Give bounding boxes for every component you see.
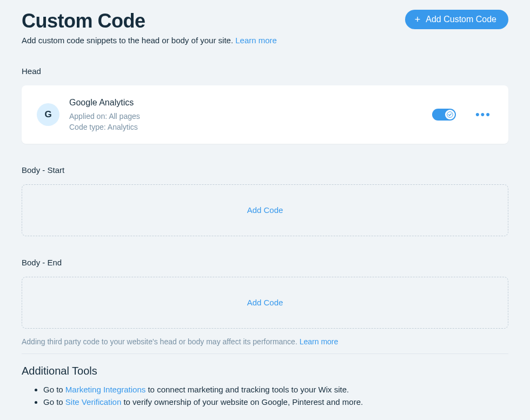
site-verification-link[interactable]: Site Verification: [65, 397, 121, 406]
more-dots-icon: •••: [475, 108, 491, 121]
code-item-card: G Google Analytics Applied on: All pages…: [22, 85, 508, 144]
applied-on-label: Applied on:: [69, 112, 109, 121]
tool-item-prefix: Go to: [43, 397, 65, 406]
toggle-knob: [445, 110, 455, 119]
enable-toggle[interactable]: [432, 109, 456, 121]
page-title: Custom Code: [22, 10, 145, 32]
page-subtitle: Add custom code snippets to the head or …: [22, 36, 508, 45]
tool-item-prefix: Go to: [43, 385, 65, 394]
applied-on-value: All pages: [109, 112, 140, 121]
add-custom-code-label: Add Custom Code: [426, 15, 496, 24]
tool-item-suffix: to verify ownership of your website on G…: [121, 397, 363, 406]
more-actions-button[interactable]: •••: [473, 109, 493, 121]
additional-tools-heading: Additional Tools: [22, 365, 508, 377]
list-item: Go to Marketing Integrations to connect …: [43, 385, 508, 394]
code-item-icon: G: [37, 103, 59, 126]
marketing-integrations-link[interactable]: Marketing Integrations: [65, 385, 145, 394]
subtitle-text: Add custom code snippets to the head or …: [22, 36, 235, 45]
section-label-head: Head: [22, 66, 508, 76]
code-item-applied-on: Applied on: All pages: [69, 111, 140, 122]
additional-tools-list: Go to Marketing Integrations to connect …: [22, 385, 508, 406]
section-label-body-end: Body - End: [22, 258, 508, 267]
add-custom-code-button[interactable]: + Add Custom Code: [405, 10, 508, 29]
code-type-label: Code type:: [69, 123, 108, 131]
add-code-body-end[interactable]: Add Code: [22, 277, 508, 329]
plus-icon: +: [415, 15, 421, 24]
add-code-body-start[interactable]: Add Code: [22, 184, 508, 236]
add-code-body-end-label: Add Code: [247, 298, 283, 307]
tool-item-suffix: to connect marketing and tracking tools …: [145, 385, 349, 394]
code-item-title: Google Analytics: [69, 96, 140, 109]
performance-footnote: Adding third party code to your website'…: [22, 337, 508, 354]
code-item-code-type: Code type: Analytics: [69, 122, 140, 132]
footnote-learn-more-link[interactable]: Learn more: [300, 337, 339, 346]
section-label-body-start: Body - Start: [22, 165, 508, 175]
code-type-value: Analytics: [108, 123, 138, 131]
list-item: Go to Site Verification to verify owners…: [43, 397, 508, 406]
footnote-text: Adding third party code to your website'…: [22, 337, 300, 346]
learn-more-link[interactable]: Learn more: [235, 36, 277, 45]
add-code-body-start-label: Add Code: [247, 205, 283, 215]
checkmark-icon: [447, 111, 453, 118]
